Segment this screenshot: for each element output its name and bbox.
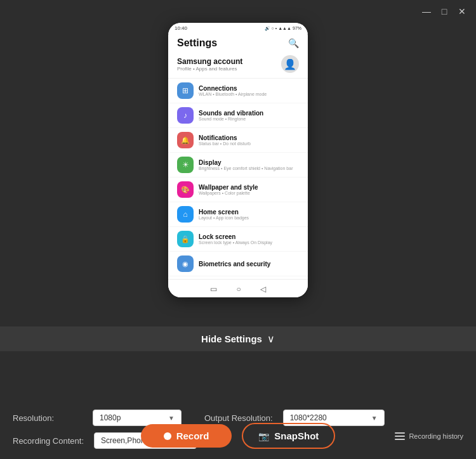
signal-icon: ▲▲▲ [278,26,291,30]
list-item[interactable]: 🔔 Notifications Status bar • Do not dist… [168,128,308,153]
item-name: Wallpaper and style [199,184,258,191]
hide-settings-bar[interactable]: Hide Settings ∨ [0,326,476,351]
nav-recents-button[interactable]: ▭ [210,285,217,294]
output-resolution-label: Output Resolution: [204,413,273,423]
nav-back-button[interactable]: ◁ [260,285,266,294]
output-dropdown-arrow-icon: ▼ [371,415,378,422]
list-item[interactable]: 🔒 Lock screen Screen lock type • Always … [168,227,308,252]
item-sub: Layout • App icon badges [199,216,249,220]
dropdown-arrow-icon: ▼ [168,415,175,422]
recording-history-button[interactable]: Recording history [395,432,463,440]
settings-header: Settings 🔍 [168,34,308,51]
title-bar: — □ ✕ [413,0,476,23]
list-item[interactable]: ⊞ Connections WLAN • Bluetooth • Airplan… [168,79,308,103]
item-sub: Status bar • Do not disturb [199,141,251,146]
list-item[interactable]: ♪ Sounds and vibration Sound mode • Ring… [168,103,308,128]
item-name: Notifications [199,134,251,141]
camera-icon: 📷 [258,431,269,441]
list-item[interactable]: ⌂ Home screen Layout • App icon badges [168,202,308,227]
snapshot-button[interactable]: 📷 SnapShot [242,423,335,449]
battery-text: 97% [293,26,301,30]
phone-status-bar: 10:40 🔊 ○ • ▲▲▲ 97% [168,23,308,34]
action-row: Record 📷 SnapShot Recording history [0,423,476,449]
account-name: Samsung account [177,57,242,66]
item-sub: Wallpapers • Color palette [199,191,258,195]
item-sub: Sound mode • Ringtone [199,117,263,121]
item-sub: WLAN • Bluetooth • Airplane mode [199,92,267,96]
phone-nav-bar: ▭ ○ ◁ [168,279,308,297]
item-name: Connections [199,85,267,92]
samsung-account-row[interactable]: Samsung account Profile • Apps and featu… [168,51,308,79]
output-resolution-value: 1080*2280 [290,413,327,422]
snapshot-label: SnapShot [274,430,319,441]
close-button[interactable]: ✕ [457,6,467,16]
chevron-down-icon: ∨ [267,333,275,345]
settings-list: ⊞ Connections WLAN • Bluetooth • Airplan… [168,79,308,279]
list-item[interactable]: 🎨 Wallpaper and style Wallpapers • Color… [168,178,308,202]
resolution-label: Resolution: [13,413,83,423]
avatar: 👤 [281,55,299,73]
item-name: Lock screen [199,233,272,240]
settings-title: Settings [177,37,217,49]
maximize-button[interactable]: □ [439,6,449,16]
history-label: Recording history [409,432,463,440]
record-label: Record [176,430,209,441]
item-name: Biometrics and security [199,261,270,268]
search-icon[interactable]: 🔍 [288,38,299,48]
item-sub: Screen lock type • Always On Display [199,240,272,245]
display-icon: ☀ [177,157,194,173]
record-dot-icon [164,432,171,440]
status-icons: 🔊 ○ • [265,26,277,31]
minimize-button[interactable]: — [421,6,432,16]
record-button[interactable]: Record [141,424,232,448]
status-time: 10:40 [175,25,187,31]
homescreen-icon: ⌂ [177,206,194,223]
connections-icon: ⊞ [177,82,194,99]
lockscreen-icon: 🔒 [177,231,194,247]
sounds-icon: ♪ [177,107,194,124]
hamburger-icon [395,432,405,440]
account-sub: Profile • Apps and features [177,66,242,72]
item-name: Display [199,159,293,166]
notifications-icon: 🔔 [177,132,194,148]
nav-home-button[interactable]: ○ [236,285,241,294]
wallpaper-icon: 🎨 [177,181,194,198]
item-sub: Brightness • Eye comfort shield • Naviga… [199,166,293,171]
hide-settings-label: Hide Settings [201,333,262,344]
resolution-value: 1080p [100,413,121,422]
item-name: Sounds and vibration [199,110,263,117]
item-name: Home screen [199,209,249,216]
biometrics-icon: ◉ [177,255,194,272]
list-item[interactable]: ◉ Biometrics and security [168,252,308,276]
list-item[interactable]: ☀ Display Brightness • Eye comfort shiel… [168,153,308,178]
phone-mockup: 10:40 🔊 ○ • ▲▲▲ 97% Settings 🔍 Samsung a… [168,23,308,297]
